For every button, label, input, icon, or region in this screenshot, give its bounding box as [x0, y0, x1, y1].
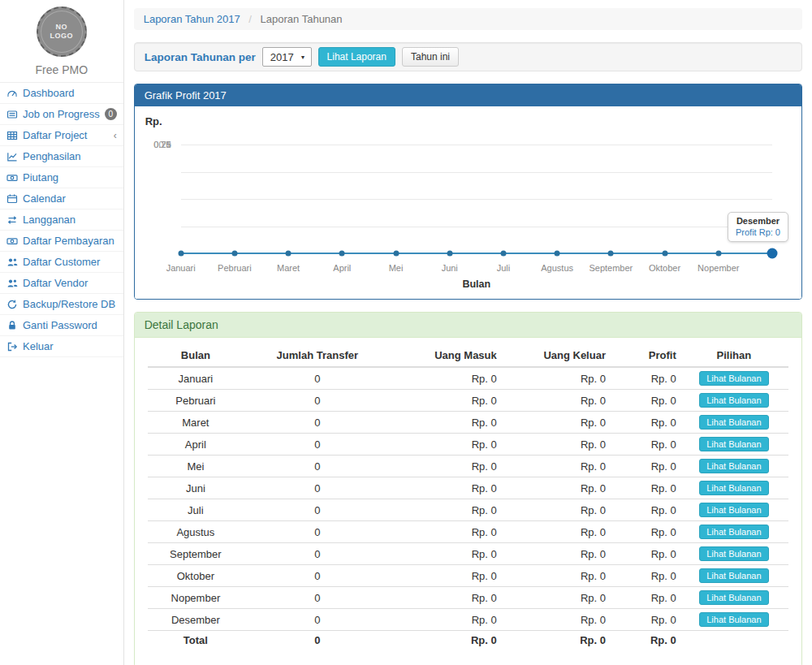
- sidebar-item-ganti-password[interactable]: Ganti Password: [0, 315, 123, 336]
- sidebar-item-daftar-project[interactable]: Daftar Project ‹: [0, 125, 123, 146]
- table-row: Agustus0Rp. 0Rp. 0Rp. 0Lihat Bulanan: [148, 521, 788, 543]
- lihat-laporan-button[interactable]: Lihat Laporan: [318, 47, 395, 67]
- cell-jumlah-transfer: 0: [244, 367, 391, 390]
- cell-uang-masuk: Rp. 0: [391, 565, 500, 587]
- lihat-bulanan-button-pebruari[interactable]: Lihat Bulanan: [699, 393, 768, 408]
- cell-uang-keluar: Rp. 0: [500, 434, 609, 456]
- cell-bulan: Mei: [148, 456, 244, 477]
- data-point-desember[interactable]: [767, 248, 778, 259]
- x-tick: Oktober: [649, 263, 680, 273]
- chevron-down-icon: ▼: [300, 54, 306, 60]
- sidebar-item-daftar-pembayaran[interactable]: Daftar Pembayaran: [0, 231, 123, 252]
- logo-text: NOLOGO: [50, 23, 74, 41]
- refresh-icon: [6, 299, 18, 310]
- breadcrumb-link-laporan-tahun[interactable]: Laporan Tahun 2017: [144, 13, 240, 25]
- lihat-bulanan-button-mei[interactable]: Lihat Bulanan: [699, 459, 768, 473]
- sidebar-item-label: Piutang: [23, 171, 58, 184]
- cell-pilihan: Lihat Bulanan: [680, 609, 788, 631]
- cell-bulan: Juni: [148, 477, 244, 499]
- data-point-oktober[interactable]: [662, 251, 667, 257]
- y-tick: 0: [166, 140, 171, 149]
- gridline: [181, 172, 772, 173]
- cell-uang-keluar: Rp. 0: [500, 565, 609, 587]
- sidebar-item-label: Calendar: [23, 192, 66, 205]
- tooltip-value: Profit Rp: 0: [736, 227, 780, 237]
- cell-bulan: Agustus: [148, 521, 244, 543]
- sidebar-item-langganan[interactable]: Langganan: [0, 209, 123, 231]
- data-point-juli[interactable]: [500, 251, 506, 257]
- lihat-bulanan-button-nopember[interactable]: Lihat Bulanan: [699, 590, 768, 605]
- lihat-bulanan-button-oktober[interactable]: Lihat Bulanan: [699, 568, 768, 583]
- cell-profit: Rp. 0: [609, 565, 680, 587]
- data-point-maret[interactable]: [286, 251, 292, 257]
- cell-uang-masuk: Rp. 0: [391, 587, 500, 609]
- cell-bulan: Pebruari: [148, 390, 244, 412]
- lihat-bulanan-button-juni[interactable]: Lihat Bulanan: [699, 481, 768, 495]
- lihat-bulanan-button-desember[interactable]: Lihat Bulanan: [699, 612, 768, 627]
- sidebar-item-keluar[interactable]: Keluar: [0, 336, 123, 357]
- sidebar-item-daftar-customer[interactable]: Daftar Customer: [0, 252, 123, 273]
- y-axis-unit-label: Rp.: [145, 115, 162, 127]
- sidebar-item-label: Langganan: [23, 214, 76, 226]
- sidebar-item-daftar-vendor[interactable]: Daftar Vendor: [0, 273, 123, 294]
- sidebar-item-label: Penghasilan: [23, 150, 81, 162]
- tahun-ini-button[interactable]: Tahun ini: [402, 47, 459, 67]
- lihat-bulanan-button-september[interactable]: Lihat Bulanan: [699, 546, 768, 561]
- sign-out-icon: [6, 341, 18, 352]
- lihat-bulanan-button-agustus[interactable]: Lihat Bulanan: [699, 525, 768, 539]
- sidebar-item-backup-restore-db[interactable]: Backup/Restore DB: [0, 294, 123, 315]
- lihat-bulanan-button-januari[interactable]: Lihat Bulanan: [699, 371, 768, 386]
- sidebar-nav: Dashboard Job on Progress 0 Daftar Proje…: [0, 83, 123, 357]
- cell-uang-keluar: Rp. 0: [500, 367, 609, 390]
- data-point-april[interactable]: [339, 251, 345, 257]
- dashboard-icon: [6, 88, 18, 99]
- cell-uang-keluar: Rp. 0: [500, 609, 609, 631]
- cell-bulan: Total: [148, 631, 244, 650]
- cell-pilihan: Lihat Bulanan: [680, 543, 788, 565]
- lock-icon: [6, 320, 18, 331]
- sidebar-item-calendar[interactable]: Calendar: [0, 188, 123, 209]
- cell-bulan: Oktober: [148, 565, 244, 587]
- no-logo-badge: NOLOGO: [37, 6, 87, 57]
- x-tick: Juli: [497, 263, 511, 273]
- cell-jumlah-transfer: 0: [244, 477, 391, 499]
- cell-pilihan: Lihat Bulanan: [680, 434, 788, 456]
- cell-uang-masuk: Rp. 0: [391, 367, 500, 390]
- cell-jumlah-transfer: 0: [244, 565, 391, 587]
- x-axis-title: Bulan: [462, 279, 490, 290]
- table-row: April0Rp. 0Rp. 0Rp. 0Lihat Bulanan: [148, 434, 788, 456]
- lihat-bulanan-button-juli[interactable]: Lihat Bulanan: [699, 503, 768, 517]
- data-point-agustus[interactable]: [555, 251, 560, 257]
- cell-jumlah-transfer: 0: [244, 609, 391, 631]
- lihat-bulanan-button-april[interactable]: Lihat Bulanan: [699, 437, 768, 451]
- sidebar-item-job-on-progress[interactable]: Job on Progress 0: [0, 104, 123, 125]
- cell-uang-masuk: Rp. 0: [391, 412, 500, 434]
- data-point-pebruari[interactable]: [231, 251, 237, 257]
- x-tick: September: [589, 263, 633, 273]
- cell-uang-masuk: Rp. 0: [391, 499, 500, 521]
- data-point-januari[interactable]: [178, 251, 184, 257]
- data-point-juni[interactable]: [447, 251, 452, 257]
- breadcrumb-current: Laporan Tahunan: [261, 13, 343, 25]
- table-row: Januari0Rp. 0Rp. 0Rp. 0Lihat Bulanan: [148, 367, 788, 390]
- data-point-mei[interactable]: [393, 251, 399, 257]
- table-row: Desember0Rp. 0Rp. 0Rp. 0Lihat Bulanan: [148, 609, 788, 631]
- table-row: Juni0Rp. 0Rp. 0Rp. 0Lihat Bulanan: [148, 477, 788, 499]
- sidebar-item-piutang[interactable]: Piutang: [0, 167, 123, 188]
- table-icon: [6, 130, 18, 141]
- data-point-nopember[interactable]: [715, 251, 721, 257]
- x-tick: Mei: [389, 263, 404, 273]
- lihat-bulanan-button-maret[interactable]: Lihat Bulanan: [699, 415, 768, 430]
- sidebar-item-dashboard[interactable]: Dashboard: [0, 83, 123, 104]
- cell-uang-masuk: Rp. 0: [391, 456, 500, 477]
- sidebar-item-label: Daftar Vendor: [23, 277, 88, 289]
- cell-profit: Rp. 0: [609, 456, 680, 477]
- sidebar-item-penghasilan[interactable]: Penghasilan: [0, 146, 123, 167]
- table-total-row: Total0Rp. 0Rp. 0Rp. 0: [148, 631, 788, 650]
- year-filter-bar: Laporan Tahunan per 2017 ▼ Lihat Laporan…: [134, 42, 802, 71]
- sidebar-item-label: Job on Progress: [23, 108, 100, 120]
- data-point-september[interactable]: [608, 251, 614, 257]
- cell-profit: Rp. 0: [609, 587, 680, 609]
- year-select[interactable]: 2017 ▼: [262, 47, 312, 67]
- col-header-uang-keluar: Uang Keluar: [500, 344, 609, 367]
